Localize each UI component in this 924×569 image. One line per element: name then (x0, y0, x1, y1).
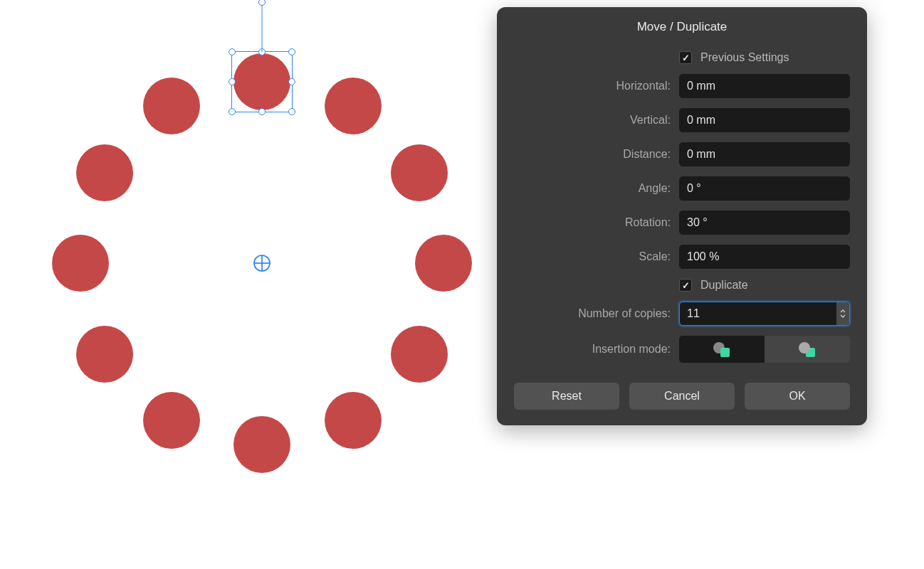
insertion-mode-label: Insertion mode: (514, 343, 671, 356)
shape-circle[interactable] (143, 392, 200, 449)
shape-circle[interactable] (325, 392, 382, 449)
selection-handle[interactable] (288, 48, 295, 55)
rotation-handle[interactable] (258, 0, 266, 6)
shape-circle[interactable] (391, 326, 448, 383)
ok-button[interactable]: OK (745, 383, 850, 410)
duplicate-label: Duplicate (700, 279, 748, 292)
move-duplicate-dialog: Move / Duplicate Previous Settings Horiz… (497, 7, 867, 425)
insertion-below-icon (799, 342, 816, 356)
horizontal-input[interactable] (679, 74, 850, 98)
previous-settings-checkbox[interactable] (679, 51, 692, 64)
rotation-label: Rotation: (514, 216, 671, 229)
copies-label: Number of copies: (514, 307, 671, 320)
vertical-label: Vertical: (514, 114, 671, 127)
dialog-title: Move / Duplicate (514, 20, 850, 34)
previous-settings-label: Previous Settings (700, 51, 789, 64)
shape-circle[interactable] (76, 144, 133, 201)
cancel-button[interactable]: Cancel (629, 383, 735, 410)
distance-label: Distance: (514, 148, 671, 161)
reset-button[interactable]: Reset (514, 383, 619, 410)
horizontal-label: Horizontal: (514, 80, 671, 92)
scale-input[interactable] (679, 245, 850, 269)
shape-circle[interactable] (52, 235, 109, 292)
shape-circle[interactable] (233, 53, 290, 110)
selection-handle[interactable] (288, 108, 295, 115)
selection-handle[interactable] (229, 48, 236, 55)
angle-label: Angle: (514, 182, 671, 195)
duplicate-row: Duplicate (514, 279, 850, 292)
copies-wrapper (679, 302, 850, 326)
shape-circle[interactable] (76, 326, 133, 383)
insertion-mode-above-button[interactable] (679, 336, 765, 363)
shape-circle[interactable] (233, 416, 290, 473)
canvas-area[interactable] (0, 0, 498, 569)
previous-settings-row: Previous Settings (514, 51, 850, 64)
insertion-mode-below-button[interactable] (765, 336, 850, 363)
scale-label: Scale: (514, 250, 671, 263)
angle-input[interactable] (679, 176, 850, 201)
distance-input[interactable] (679, 142, 850, 166)
dialog-button-row: Reset Cancel OK (514, 383, 850, 410)
insertion-mode-options (679, 336, 850, 363)
shape-circle[interactable] (391, 144, 448, 201)
rotation-line (262, 2, 263, 52)
duplicate-checkbox[interactable] (679, 279, 692, 292)
copies-stepper[interactable] (836, 302, 849, 325)
svg-point-0 (254, 255, 270, 271)
copies-input[interactable] (680, 302, 836, 325)
rotation-origin-icon[interactable] (253, 254, 271, 272)
insertion-above-icon (713, 342, 730, 356)
selection-handle[interactable] (229, 108, 236, 115)
shape-circle[interactable] (325, 78, 382, 134)
vertical-input[interactable] (679, 108, 850, 132)
shape-circle[interactable] (415, 235, 472, 292)
shape-circle[interactable] (143, 78, 200, 134)
rotation-input[interactable] (679, 211, 850, 235)
